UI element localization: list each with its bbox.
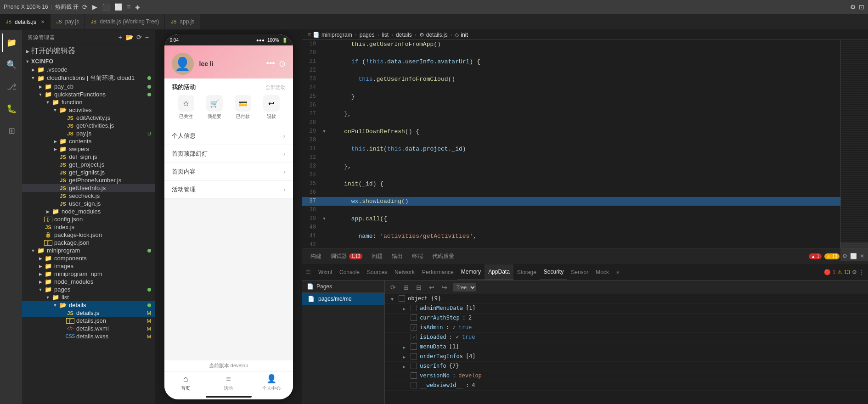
index-js-file[interactable]: JS index.js xyxy=(22,223,155,231)
root-folder[interactable]: ▼ XCINFO xyxy=(22,57,155,66)
devtools-tab-performance[interactable]: Performance xyxy=(418,264,457,281)
open-editors-section[interactable]: ▶ 打开的编辑器 xyxy=(22,45,155,57)
maximize-icon[interactable]: ⬜ xyxy=(850,253,857,259)
details-wxml-file[interactable]: </> details.wxml M xyxy=(22,325,155,332)
git-icon[interactable]: ⎇ xyxy=(2,78,20,96)
undo-icon[interactable]: ↩ xyxy=(427,283,436,292)
node-modules-folder[interactable]: ▶ 📁 node_modules xyxy=(22,208,155,215)
tab-debugger[interactable]: 调试器 1,13 xyxy=(326,248,367,264)
all-activities-link[interactable]: 全部活动 xyxy=(265,84,286,91)
get-activities-file[interactable]: JS getActivities.js xyxy=(22,122,155,129)
homepage-content-item[interactable]: 首页内容 › xyxy=(164,163,293,181)
pay-file[interactable]: JS pay.js U xyxy=(22,129,155,137)
stop-icon[interactable]: ⬛ xyxy=(102,3,110,11)
expand-all-icon[interactable]: ⊞ xyxy=(401,283,411,292)
refresh-data-icon[interactable]: ⟳ xyxy=(389,283,398,292)
tree-select[interactable]: Tree xyxy=(453,283,476,292)
pages-folder[interactable]: ▼ 📁 pages xyxy=(22,286,155,293)
details-js-file[interactable]: JS details.js M xyxy=(22,309,155,317)
devtools-tab-wxml2[interactable]: Wxml xyxy=(315,264,336,281)
split-icon[interactable]: ⊡ xyxy=(859,3,864,11)
get-user-info-file[interactable]: JS getUserInfo.js xyxy=(22,184,155,192)
del-sign-file[interactable]: JS del_sign.js xyxy=(22,153,155,161)
devtools-tab-network[interactable]: Network xyxy=(391,264,418,281)
miniprogram-folder[interactable]: ▼ 📁 miniprogram xyxy=(22,247,155,254)
details-json-file[interactable]: {} details.json M xyxy=(22,317,155,325)
vscode-folder[interactable]: ▶ 📁 .vscode xyxy=(22,66,155,73)
components-folder[interactable]: ▶ 📁 components xyxy=(22,254,155,262)
tab-code-quality[interactable]: 代码质量 xyxy=(428,248,459,264)
devtools-tab-sensor[interactable]: Sensor xyxy=(567,264,592,281)
tab-app-js[interactable]: JS app.js xyxy=(165,14,200,29)
debug-icon[interactable]: 🐛 xyxy=(2,100,20,118)
wishlist-item[interactable]: 🛒 我想要 xyxy=(206,95,223,120)
devtools-tab-sources[interactable]: Sources xyxy=(363,264,391,281)
menu-icon[interactable]: ≡ xyxy=(127,3,130,11)
followed-item[interactable]: ☆ 已关注 xyxy=(178,95,194,120)
config-json-file[interactable]: {} config.json xyxy=(22,215,155,223)
package-json-file[interactable]: {} package.json xyxy=(22,239,155,247)
search-icon[interactable]: 🔍 xyxy=(2,56,20,74)
tab-details-js-working[interactable]: JS details.js (Working Tree) xyxy=(85,14,165,29)
tab-output[interactable]: 输出 xyxy=(387,248,407,264)
page-item-me[interactable]: 📄 pages/me/me xyxy=(302,293,384,305)
contents-folder[interactable]: ▶ 📁 contents xyxy=(22,137,155,145)
extensions-icon[interactable]: ⊞ xyxy=(2,122,20,140)
nav-activities[interactable]: ≡ 活动 xyxy=(207,371,250,394)
redo-icon[interactable]: ↪ xyxy=(440,283,449,292)
devtools-tab-wxml[interactable]: ☰ xyxy=(302,264,315,281)
devtools-tab-storage[interactable]: Storage xyxy=(513,264,540,281)
list-folder[interactable]: ▼ 📁 list xyxy=(22,293,155,301)
tab-terminal[interactable]: 终端 xyxy=(407,248,428,264)
new-folder-icon[interactable]: 📂 xyxy=(125,34,134,41)
mp-node-modules-folder[interactable]: ▶ 📁 node_modules xyxy=(22,278,155,286)
cloud-icon[interactable]: ◈ xyxy=(135,3,140,11)
details-folder[interactable]: ▼ 📂 details xyxy=(22,301,155,309)
layout-icon[interactable]: ⬜ xyxy=(114,3,122,11)
paid-item[interactable]: 💳 已付款 xyxy=(235,95,251,120)
package-lock-file[interactable]: 🔒 package-lock.json xyxy=(22,231,155,239)
explorer-icon[interactable]: 📁 xyxy=(2,34,20,52)
swipers-folder[interactable]: ▶ 📁 swipers xyxy=(22,145,155,153)
tab-pay-js[interactable]: JS pay.js xyxy=(51,14,85,29)
get-phone-file[interactable]: JS getPhoneNumber.js xyxy=(22,176,155,184)
get-signlist-file[interactable]: JS get_signlist.js xyxy=(22,168,155,176)
cloudfunctions-folder[interactable]: ▼ 📁 cloudfunctions | 当前环境: cloud1 xyxy=(22,73,155,83)
devtools-tab-appdata[interactable]: AppData xyxy=(485,264,513,281)
collapse-icon[interactable]: − xyxy=(145,34,149,41)
devtools-tab-security[interactable]: Security xyxy=(540,264,567,281)
devtools-tab-more[interactable]: » xyxy=(613,264,623,281)
user-sign-file[interactable]: JS user_sign.js xyxy=(22,200,155,208)
quickstart-folder[interactable]: ▼ 📁 quickstartFunctions xyxy=(22,90,155,98)
refund-item[interactable]: ↩ 退款 xyxy=(263,95,280,120)
function-folder[interactable]: ▼ 📁 function xyxy=(22,98,155,106)
settings-icon[interactable]: ⚙ xyxy=(850,3,856,11)
tab-details-js[interactable]: JS details.js ✕ xyxy=(0,14,51,29)
code-editor[interactable]: 19 this.getUserInfoFromApp() 20 21 if (!… xyxy=(302,40,868,248)
devtools-tab-mock[interactable]: Mock xyxy=(592,264,613,281)
devtools-dots-icon[interactable]: ⋮ xyxy=(859,269,864,275)
nav-home[interactable]: ⌂ 首页 xyxy=(164,371,207,394)
homepage-banner-item[interactable]: 首页顶部幻灯 › xyxy=(164,145,293,163)
personal-info-item[interactable]: 个人信息 › xyxy=(164,127,293,145)
activity-management-item[interactable]: 活动管理 › xyxy=(164,181,293,199)
tab-issues[interactable]: 问题 xyxy=(367,248,387,264)
images-folder[interactable]: ▶ 📁 images xyxy=(22,262,155,270)
play-icon[interactable]: ▶ xyxy=(92,3,97,11)
seccheck-file[interactable]: JS seccheck.js xyxy=(22,192,155,200)
collapse-all-icon[interactable]: ⊟ xyxy=(414,283,423,292)
more-icon[interactable]: ••• xyxy=(266,59,275,69)
devtools-tab-console[interactable]: Console xyxy=(336,264,363,281)
tab-build[interactable]: 构建 xyxy=(306,248,326,264)
miniprogram-npm-folder[interactable]: ▶ 📁 miniprogram_npm xyxy=(22,270,155,278)
refresh-icon[interactable]: ⟳ xyxy=(136,34,142,41)
nav-profile[interactable]: 👤 个人中心 xyxy=(250,371,293,394)
new-file-icon[interactable]: + xyxy=(118,34,123,41)
settings-icon[interactable]: ⚙ xyxy=(842,253,847,259)
activities-folder[interactable]: ▼ 📂 activities xyxy=(22,106,155,114)
scan-icon[interactable]: ⊙ xyxy=(279,59,286,69)
pay-cb-folder[interactable]: ▶ 📁 pay_cb xyxy=(22,83,155,90)
devtools-settings-icon[interactable]: ⚙ xyxy=(852,269,857,275)
get-project-file[interactable]: JS get_project.js xyxy=(22,161,155,168)
details-wxss-file[interactable]: CSS details.wxss M xyxy=(22,332,155,340)
